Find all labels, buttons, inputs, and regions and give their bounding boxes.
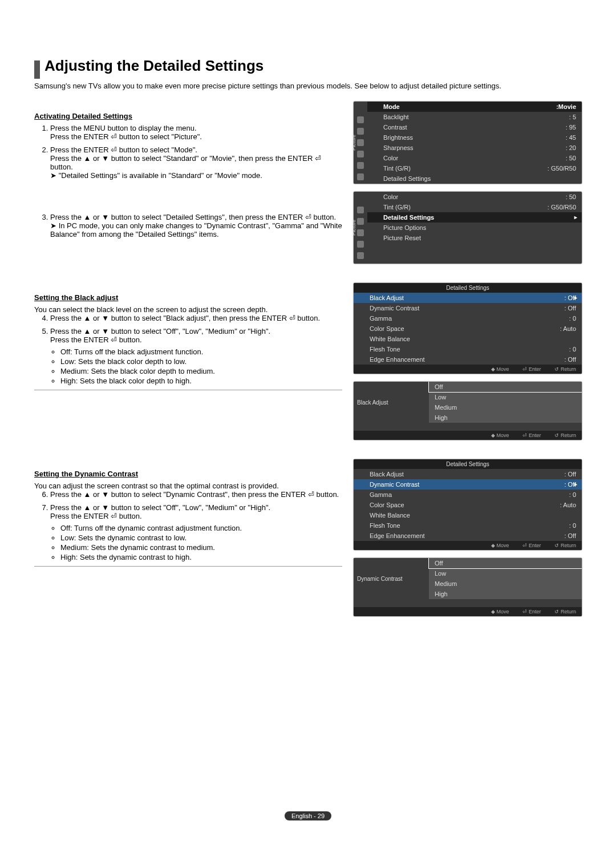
osd-mode-value: :Movie (556, 103, 576, 110)
channel-icon (357, 139, 364, 146)
osd-detailed-settings-list-2: Detailed Settings Black Adjust: Off Dyna… (354, 459, 582, 550)
osd-row-black-adjust[interactable]: Black Adjust: Off (354, 293, 582, 303)
step-2: Press the ENTER ⏎ button to select "Mode… (50, 145, 342, 180)
osd-footer: ◆ Move ⏎ Enter ↺ Return (354, 541, 582, 550)
popup-option-off[interactable]: Off (429, 382, 582, 392)
osd-side-icons (354, 114, 367, 180)
bullet-low: Low: Sets the black color depth to low. (60, 357, 342, 366)
page-number: English - 29 (285, 811, 331, 820)
popup-option-low[interactable]: Low (429, 392, 582, 402)
setup-icon (357, 151, 364, 157)
intro-text: Samsung's new TVs allow you to make even… (34, 82, 582, 90)
bullet-off: Off: Turns off the dynamic contrast adju… (60, 524, 342, 532)
osd-row[interactable]: Gamma: 0 (354, 313, 582, 324)
setup-icon (357, 241, 364, 248)
step-1-line2: Press the ENTER ⏎ button to select "Pict… (50, 132, 202, 141)
step-3-note: In PC mode, you can only make changes to… (50, 221, 342, 238)
step-2-line2: Press the ▲ or ▼ button to select "Stand… (50, 154, 321, 171)
bullet-low: Low: Sets the dynamic contrast to low. (60, 533, 342, 542)
popup-option-high[interactable]: High (429, 413, 582, 423)
osd-row[interactable]: Tint (G/R): G50/R50 (367, 202, 582, 212)
osd-row[interactable]: Black Adjust: Off (354, 469, 582, 479)
footer-move: ◆ Move (491, 366, 509, 372)
step-3: Press the ▲ or ▼ button to select "Detai… (50, 213, 342, 238)
osd-row[interactable]: Color: 50 (367, 192, 582, 202)
manual-page: Adjusting the Detailed Settings Samsung'… (0, 0, 616, 849)
osd-title: Detailed Settings (354, 459, 582, 469)
title-accent-bar (34, 60, 40, 79)
osd-row[interactable]: Detailed Settings (367, 173, 582, 184)
osd-row[interactable]: Color Space: Auto (354, 324, 582, 334)
osd-row[interactable]: Dynamic Contrast: Off (354, 303, 582, 313)
popup-label: Dynamic Contrast (354, 558, 429, 599)
osd-row[interactable]: Flesh Tone: 0 (354, 520, 582, 531)
picture-icon (357, 207, 364, 213)
channel-icon (357, 229, 364, 236)
osd-mode-label: Mode (383, 103, 400, 110)
osd-row[interactable]: White Balance (354, 510, 582, 520)
osd-row[interactable]: Gamma: 0 (354, 490, 582, 500)
sound-icon (357, 128, 364, 135)
step-2-note: "Detailed Settings" is available in "Sta… (50, 171, 342, 180)
osd-mode-row[interactable]: Mode :Movie (367, 102, 582, 112)
popup-option-high[interactable]: High (429, 589, 582, 599)
step-6: Press the ▲ or ▼ button to select "Dynam… (50, 490, 342, 499)
sound-icon (357, 218, 364, 225)
osd-detailed-settings-list: Detailed Settings Black Adjust: Off Dyna… (354, 283, 582, 374)
osd-row[interactable]: Picture Reset (367, 233, 582, 243)
bullet-high: High: Sets the dynamic contrast to high. (60, 553, 342, 561)
section-lead: You can adjust the screen contrast so th… (34, 482, 342, 490)
popup-option-off[interactable]: Off (429, 558, 582, 568)
footer-enter: ⏎ Enter (522, 366, 541, 372)
step-3-line1: Press the ▲ or ▼ button to select "Detai… (50, 213, 336, 221)
osd-row[interactable]: Edge Enhancement: Off (354, 531, 582, 541)
popup-option-medium[interactable]: Medium (429, 579, 582, 589)
osd-row[interactable]: Flesh Tone: 0 (354, 344, 582, 354)
osd-row[interactable]: Tint (G/R): G50/R50 (367, 163, 582, 173)
osd-row-empty (367, 243, 582, 253)
osd-popup-black-adjust: Black Adjust Off Low Medium High ◆ Move … (354, 382, 582, 440)
input-icon (357, 252, 364, 259)
section-heading-dynamic-contrast: Setting the Dynamic Contrast (34, 470, 342, 478)
osd-row[interactable]: Backlight: 5 (367, 112, 582, 122)
title-wrap: Adjusting the Detailed Settings (34, 57, 582, 82)
popup-option-medium[interactable]: Medium (429, 402, 582, 413)
input-icon (357, 162, 364, 169)
step-1: Press the MENU button to display the men… (50, 124, 342, 141)
popup-label: Black Adjust (354, 382, 429, 423)
osd-popup-dynamic-contrast: Dynamic Contrast Off Low Medium High ◆ M… (354, 558, 582, 616)
section-lead: You can select the black level on the sc… (34, 305, 342, 314)
osd-detailed-settings-selected: Picture Color: 50 Tint (G/R): G50/R50 De… (354, 192, 582, 264)
step-7: Press the ▲ or ▼ button to select "Off",… (50, 503, 342, 561)
bullet-high: High: Sets the black color depth to high… (60, 377, 342, 385)
osd-side-icons (354, 204, 367, 264)
section-heading-activating: Activating Detailed Settings (34, 112, 342, 120)
osd-footer: ◆ Move ⏎ Enter ↺ Return (354, 607, 582, 616)
osd-footer: ◆ Move ⏎ Enter ↺ Return (354, 365, 582, 374)
section-heading-black-adjust: Setting the Black adjust (34, 293, 342, 302)
bullet-off: Off: Turns off the black adjustment func… (60, 347, 342, 356)
osd-row[interactable]: Brightness: 45 (367, 132, 582, 143)
step-4: Press the ▲ or ▼ button to select "Black… (50, 314, 342, 322)
step-2-line1: Press the ENTER ⏎ button to select "Mode… (50, 145, 197, 154)
osd-picture-mode: Picture Mode :Movie Backlight: 5 Contras… (354, 102, 582, 184)
osd-title: Detailed Settings (354, 283, 582, 293)
osd-row[interactable]: Color: 50 (367, 153, 582, 163)
osd-row-dynamic-contrast[interactable]: Dynamic Contrast: Off (354, 479, 582, 490)
step-1-line1: Press the MENU button to display the men… (50, 124, 197, 132)
picture-icon (357, 116, 364, 123)
footer-return: ↺ Return (554, 366, 576, 372)
osd-row[interactable]: Sharpness: 20 (367, 143, 582, 153)
osd-row[interactable]: Edge Enhancement: Off (354, 354, 582, 365)
osd-row[interactable]: Color Space: Auto (354, 500, 582, 510)
osd-detailed-settings-row[interactable]: Detailed Settings (367, 212, 582, 223)
bullet-medium: Medium: Sets the black color depth to me… (60, 367, 342, 375)
osd-footer: ◆ Move ⏎ Enter ↺ Return (354, 431, 582, 440)
osd-row[interactable]: Picture Options (367, 223, 582, 233)
popup-option-low[interactable]: Low (429, 568, 582, 579)
page-title: Adjusting the Detailed Settings (44, 57, 264, 75)
osd-row[interactable]: Contrast: 95 (367, 122, 582, 132)
bullet-medium: Medium: Sets the dynamic contrast to med… (60, 543, 342, 552)
osd-row[interactable]: White Balance (354, 334, 582, 344)
osd-row-empty (367, 253, 582, 264)
